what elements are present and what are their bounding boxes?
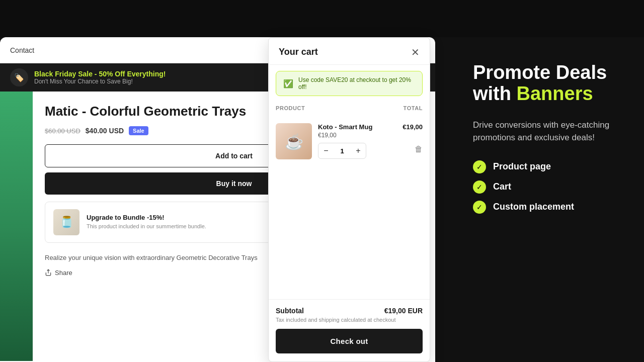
cart-promo-banner: ✅ Use code SAVE20 at checkout to get 20%… — [276, 71, 423, 96]
nav-left: Contact — [10, 46, 34, 54]
product-image-strip — [0, 92, 33, 361]
cart-item-info: Koto - Smart Mug €19,00 − 1 + — [318, 123, 396, 159]
feature-label-custom: Custom placement — [493, 202, 574, 212]
cart-item-right: €19,00 🗑 — [403, 123, 423, 154]
feature-item-cart: ✓ Cart — [473, 180, 629, 194]
col-total-label: TOTAL — [404, 105, 423, 111]
cart-items-list: ☕ Koto - Smart Mug €19,00 − 1 + €19,00 🗑 — [269, 113, 430, 299]
banner-text-block: Black Friday Sale - 50% Off Everything! … — [34, 70, 166, 85]
check-icon-1: ✓ — [473, 160, 486, 173]
banner-left: 🏷️ Black Friday Sale - 50% Off Everythin… — [10, 68, 166, 86]
remove-item-button[interactable]: 🗑 — [415, 145, 423, 154]
feature-label-product-page: Product page — [493, 161, 551, 172]
banner-icon: 🏷️ — [10, 68, 28, 86]
nav-contact[interactable]: Contact — [10, 46, 34, 54]
cart-item-name: Koto - Smart Mug — [318, 123, 396, 131]
tax-note: Tax included and shipping calculated at … — [276, 317, 423, 323]
subtotal-row: Subtotal €19,00 EUR — [276, 307, 423, 315]
share-label: Share — [55, 269, 72, 277]
banner-sub-text: Don't Miss Your Chance to Save Big! — [34, 78, 166, 85]
check-icon-3: ✓ — [473, 201, 486, 214]
cart-column-headers: PRODUCT TOTAL — [269, 102, 430, 113]
banner-main-text: Black Friday Sale - 50% Off Everything! — [34, 70, 166, 78]
feature-label-cart: Cart — [493, 182, 511, 192]
cart-drawer: Your cart ✕ ✅ Use code SAVE20 at checkou… — [268, 37, 430, 362]
promo-heading: Promote Deals with Banners — [473, 62, 629, 105]
check-icon-2: ✓ — [473, 180, 486, 194]
bundle-image: 🫙 — [53, 209, 79, 235]
cart-item-image-inner: ☕ — [276, 123, 312, 159]
subtotal-value: €19,00 EUR — [384, 307, 423, 315]
original-price: $60.00 USD — [45, 127, 80, 135]
promo-check-icon: ✅ — [283, 79, 293, 88]
col-product-label: PRODUCT — [276, 105, 305, 111]
cart-close-button[interactable]: ✕ — [411, 47, 420, 57]
cart-item: ☕ Koto - Smart Mug €19,00 − 1 + €19,00 🗑 — [276, 117, 423, 165]
promo-description: Drive conversions with eye-catching prom… — [473, 119, 629, 144]
sale-badge: Sale — [129, 126, 148, 135]
bundle-image-inner: 🫙 — [53, 209, 79, 235]
share-icon — [45, 269, 52, 276]
promo-heading-line2: with — [473, 83, 517, 104]
promo-panel: Promote Deals with Banners Drive convers… — [453, 37, 644, 362]
quantity-increase-button[interactable]: + — [351, 143, 366, 158]
promo-features-list: ✓ Product page ✓ Cart ✓ Custom placement — [473, 160, 629, 214]
cart-title: Your cart — [279, 47, 318, 57]
cart-item-total: €19,00 — [403, 123, 423, 131]
promo-code-text: Use code SAVE20 at checkout to get 20% o… — [298, 76, 415, 90]
top-bar — [0, 0, 644, 37]
promo-heading-line1: Promote Deals — [473, 62, 607, 83]
feature-item-product-page: ✓ Product page — [473, 160, 629, 173]
cart-footer: Subtotal €19,00 EUR Tax included and shi… — [269, 299, 430, 361]
cart-header: Your cart ✕ — [269, 38, 430, 65]
quantity-decrease-button[interactable]: − — [318, 143, 334, 158]
sale-price: $40.00 USD — [86, 127, 124, 135]
promo-heading-highlight: Banners — [517, 83, 593, 104]
quantity-value: 1 — [334, 147, 351, 155]
cart-item-image: ☕ — [276, 123, 312, 159]
cart-item-price: €19,00 — [318, 132, 396, 139]
quantity-controls: − 1 + — [318, 143, 366, 159]
checkout-button[interactable]: Check out — [276, 329, 423, 353]
subtotal-label: Subtotal — [276, 307, 304, 315]
feature-item-custom: ✓ Custom placement — [473, 201, 629, 214]
